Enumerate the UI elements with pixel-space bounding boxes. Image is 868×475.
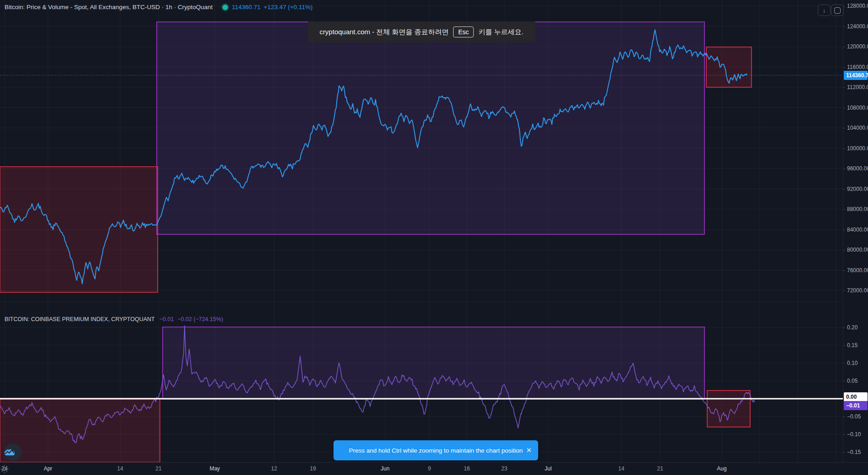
price-axis-label: 124000.00 [847, 23, 868, 30]
time-axis-label: 23 [501, 465, 507, 472]
axis-tick [843, 87, 845, 88]
axis-tick [843, 345, 845, 346]
axis-tick [843, 363, 845, 364]
time-axis-label: May [210, 465, 220, 472]
price-axis-label: −0.10 [847, 431, 861, 438]
red-annotation-box [706, 47, 752, 87]
last-price-badge: 114360.7 [844, 71, 868, 80]
premium-index-title[interactable]: BITCOIN: COINBASE PREMIUM INDEX, CRYPTOQ… [5, 316, 155, 322]
axis-tick [843, 26, 845, 27]
price-axis-label: 0.10 [847, 360, 857, 366]
axis-tick [843, 327, 845, 328]
axis-tick [843, 148, 845, 149]
axis-tick [843, 128, 845, 128]
live-status-dot-icon [222, 5, 228, 10]
price-axis-label: 128000.00 [847, 3, 868, 9]
time-axis-label: 24 [1, 465, 7, 472]
price-axis-label: 104000.00 [847, 125, 868, 131]
axis-tick [843, 47, 845, 47]
axis-tick [843, 189, 845, 190]
price-axis-label: 116000.00 [847, 64, 868, 70]
axis-tick [843, 434, 845, 435]
premium-change: −0.02 (−724.15%) [177, 316, 223, 322]
cryptoquant-logo[interactable] [4, 443, 21, 461]
fullscreen-exit-toast: cryptoquant.com - 전체 화면을 종료하려면 Esc 키를 누르… [307, 21, 535, 42]
price-axis-label: 84000.00 [847, 227, 868, 233]
close-icon[interactable]: ✕ [526, 446, 532, 454]
axis-tick [843, 169, 845, 169]
price-axis-label: 76000.00 [847, 267, 868, 274]
premium-index-pane-canvas[interactable] [0, 301, 843, 462]
axis-tick [843, 417, 845, 417]
axis-tick [843, 381, 845, 381]
price-axis-label: 108000.00 [847, 105, 868, 111]
time-axis-label: 14 [117, 465, 123, 472]
time-axis-label: 9 [428, 465, 431, 472]
zoom-hint-toast: Press and hold Ctrl while zooming to mai… [333, 440, 538, 460]
download-button[interactable]: ↓ [818, 5, 831, 16]
axis-tick [843, 209, 845, 210]
time-axis-label: 14 [618, 465, 624, 472]
purple-annotation-box [163, 327, 704, 399]
time-axis-label: Jun [381, 465, 389, 472]
cryptoquant-chart-app: Bitcoin: Price & Volume - Spot, All Exch… [0, 0, 868, 475]
price-scale-axis[interactable]: 114360.7 0.00 −0.01 128000.00124000.0012… [843, 0, 868, 462]
zero-value-badge: 0.00 [844, 392, 868, 401]
price-pane-canvas[interactable] [0, 0, 843, 301]
time-axis-label: 12 [271, 465, 277, 472]
time-axis-label: Aug [717, 465, 726, 472]
time-axis-label: 16 [464, 465, 470, 472]
purple-annotation-box [157, 22, 704, 234]
fullscreen-button[interactable] [831, 5, 844, 16]
fullscreen-icon [834, 7, 841, 14]
time-scale-axis[interactable]: 24Apr1421May1219Jun91623Jul1421Aug [0, 462, 868, 475]
price-axis-label: 0.20 [847, 324, 857, 331]
fullscreen-toast-text: cryptoquant.com - 전체 화면을 종료하려면 [319, 28, 449, 37]
price-axis-label: −0.05 [847, 413, 861, 420]
price-axis-label: 88000.00 [847, 206, 868, 212]
premium-values: −0.01 −0.02 (−724.15%) [159, 316, 223, 322]
cloud-logo-icon [4, 448, 15, 456]
price-axis-label: 92000.00 [847, 186, 868, 192]
last-price: 114360.71 [232, 4, 260, 11]
fullscreen-toast-suffix: 키를 누르세요. [478, 28, 523, 37]
axis-tick [843, 67, 845, 68]
red-annotation-box [0, 398, 160, 462]
price-axis-label: 0.05 [847, 378, 857, 384]
axis-tick [843, 250, 845, 250]
time-axis-label: 21 [155, 465, 161, 472]
red-annotation-box [707, 391, 750, 427]
esc-key-badge: Esc [453, 26, 474, 37]
price-axis-label: 100000.00 [847, 145, 868, 152]
price-axis-label: 120000.00 [847, 43, 868, 50]
premium-index-header: BITCOIN: COINBASE PREMIUM INDEX, CRYPTOQ… [5, 316, 223, 322]
time-axis-label: Jul [545, 465, 551, 472]
price-axis-label: 112000.00 [847, 84, 868, 90]
axis-tick [843, 290, 845, 291]
axis-tick [843, 108, 845, 108]
red-annotation-box [0, 167, 158, 292]
last-price-group: 114360.71 +123.47 (+0.11%) [232, 4, 312, 11]
price-axis-label: 0.15 [847, 342, 857, 348]
price-change: +123.47 (+0.11%) [264, 4, 312, 11]
price-axis-label: 96000.00 [847, 165, 868, 172]
axis-tick [843, 452, 845, 453]
symbol-title[interactable]: Bitcoin: Price & Volume - Spot, All Exch… [5, 4, 212, 11]
download-icon: ↓ [823, 7, 826, 14]
zoom-hint-text: Press and hold Ctrl while zooming to mai… [349, 447, 523, 454]
premium-last-value: −0.01 [159, 316, 174, 322]
chart-plot-area[interactable]: Bitcoin: Price & Volume - Spot, All Exch… [0, 0, 843, 462]
symbol-header: Bitcoin: Price & Volume - Spot, All Exch… [5, 4, 312, 11]
price-axis-label: 80000.00 [847, 247, 868, 253]
price-axis-label: 72000.00 [847, 287, 868, 294]
time-axis-label: Apr [44, 465, 53, 472]
time-axis-label: 19 [310, 465, 316, 472]
price-axis-label: −0.15 [847, 449, 861, 455]
premium-value-badge: −0.01 [844, 401, 868, 410]
axis-tick [843, 230, 845, 230]
time-axis-label: 21 [657, 465, 663, 472]
axis-tick [843, 270, 845, 271]
